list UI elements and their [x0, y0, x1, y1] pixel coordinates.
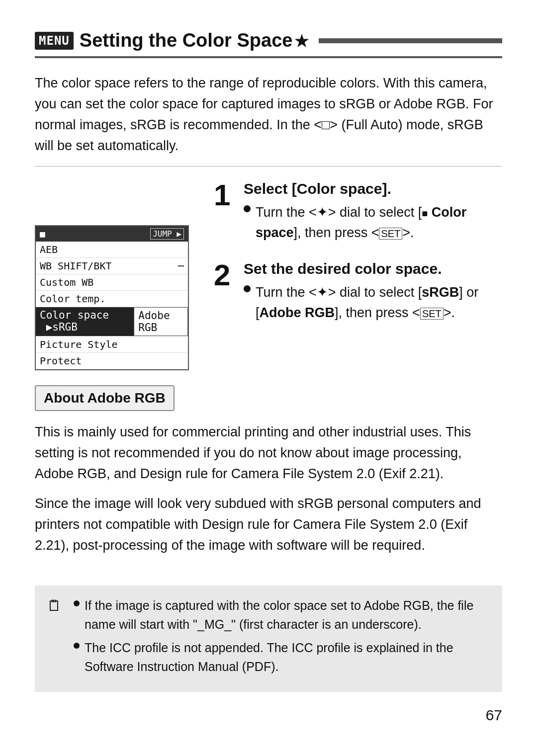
- steps-list: 1 Select [Color space]. Turn the <✦> dia…: [204, 180, 502, 370]
- page-header: MENU Setting the Color Space★: [35, 30, 502, 58]
- about-adobe-rgb-header: About Adobe RGB: [35, 385, 175, 411]
- steps-area: ■ JUMP ▶ AEB WB SHIFT/BKT─ Custom WB Col…: [35, 180, 502, 370]
- note-icon: 🗒: [47, 597, 65, 614]
- step-1: 1 Select [Color space]. Turn the <✦> dia…: [214, 180, 502, 243]
- step-2-title: Set the desired color space.: [244, 260, 502, 277]
- bullet-dot: [244, 205, 251, 212]
- step-2: 2 Set the desired color space. Turn the …: [214, 260, 502, 323]
- menu-row-picture-style: Picture Style: [36, 336, 188, 353]
- color-space-value: Adobe RGB: [134, 307, 188, 336]
- about-title: About Adobe RGB: [44, 390, 166, 406]
- note-bullet-2: The ICC profile is not appended. The ICC…: [74, 639, 490, 676]
- about-paragraph-2: Since the image will look very subdued w…: [35, 494, 502, 556]
- menu-row-wb: WB SHIFT/BKT─: [36, 258, 188, 274]
- about-paragraph-1: This is mainly used for commercial print…: [35, 422, 502, 485]
- star-icon: ★: [294, 32, 309, 50]
- camera-icon: ■: [40, 229, 45, 239]
- camera-menu: ■ JUMP ▶ AEB WB SHIFT/BKT─ Custom WB Col…: [35, 225, 189, 370]
- menu-row-color-temp: Color temp.: [36, 291, 188, 307]
- jump-label: JUMP ▶: [150, 228, 184, 240]
- note-text-2: The ICC profile is not appended. The ICC…: [85, 639, 490, 676]
- page-title: Setting the Color Space★: [80, 30, 309, 51]
- step-1-number: 1: [214, 180, 235, 243]
- menu-row-protect: Protect: [36, 353, 188, 369]
- menu-row-color-space: Color space ▶sRGB Adobe RGB: [36, 307, 188, 336]
- menu-row-aeb: AEB: [36, 242, 188, 258]
- note-content: If the image is captured with the color …: [74, 596, 490, 681]
- step-2-number: 2: [214, 260, 235, 323]
- step-1-bullet: Turn the <✦> dial to select [■ Color spa…: [244, 202, 502, 243]
- note-bullet-1: If the image is captured with the color …: [74, 596, 490, 634]
- camera-menu-area: ■ JUMP ▶ AEB WB SHIFT/BKT─ Custom WB Col…: [35, 180, 204, 370]
- note-bullet-dot-2: [74, 643, 80, 649]
- menu-row-custom-wb: Custom WB: [36, 274, 188, 291]
- note-area: 🗒 If the image is captured with the colo…: [35, 586, 502, 692]
- bullet-dot-2: [244, 285, 251, 292]
- page-number: 67: [35, 707, 502, 724]
- step-2-content: Set the desired color space. Turn the <✦…: [244, 260, 502, 323]
- color-space-label: Color space ▶sRGB: [36, 307, 134, 336]
- step-2-bullet: Turn the <✦> dial to select [sRGB] or [A…: [244, 282, 502, 323]
- note-text-1: If the image is captured with the color …: [85, 596, 490, 634]
- step-1-content: Select [Color space]. Turn the <✦> dial …: [244, 180, 502, 243]
- menu-badge: MENU: [35, 32, 74, 50]
- camera-menu-header: ■ JUMP ▶: [36, 226, 188, 242]
- step-1-title: Select [Color space].: [244, 180, 502, 197]
- note-bullet-dot-1: [74, 600, 80, 606]
- title-bar-decoration: [319, 38, 502, 43]
- intro-text: The color space refers to the range of r…: [35, 73, 502, 167]
